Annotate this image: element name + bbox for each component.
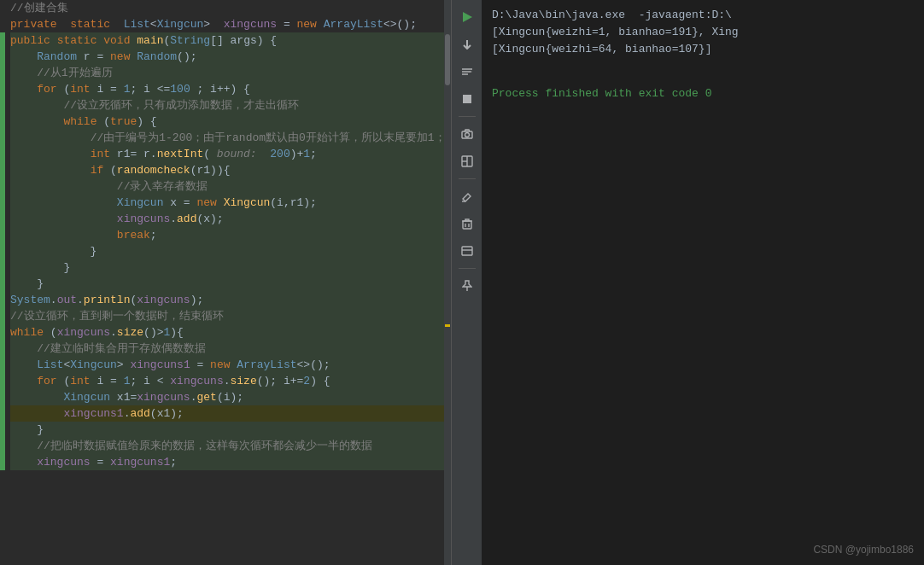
toolbar-separator3 (459, 268, 476, 269)
code-line: //设立循环，直到剩一个数据时，结束循环 (10, 308, 451, 324)
code-line: //录入幸存者数据 (10, 178, 451, 195)
svg-point-7 (465, 133, 469, 137)
code-line: //由于编号为1-200；由于random默认由0开始计算，所以末尾要加1； (10, 130, 451, 146)
toolbar-separator (459, 116, 476, 117)
edit-button[interactable] (455, 184, 479, 208)
code-line: Random r = new Random(); (10, 49, 451, 65)
code-line: } (10, 259, 451, 276)
code-line: Xingcun x = new Xingcun(i,r1); (10, 195, 451, 211)
code-line: System.out.println(xingcuns); (10, 292, 451, 308)
code-panel: //创建合集 private static List<Xingcun> xing… (0, 0, 451, 565)
layout-button[interactable] (455, 149, 479, 173)
code-line: while (xingcuns.size()>1){ (10, 324, 451, 341)
code-line: } (10, 422, 451, 438)
code-line: break; (10, 227, 451, 243)
code-line: while (true) { (10, 114, 451, 130)
wrap-lines-button[interactable] (455, 60, 479, 84)
delete-button[interactable] (455, 212, 479, 236)
panel-button[interactable] (455, 239, 479, 263)
code-line-highlighted: xingcuns1.add(x1); (10, 405, 451, 422)
watermark: CSDN @yojimbo1886 (813, 541, 914, 558)
output-line-1: D:\Java\bin\java.exe -javaagent:D:\ (492, 7, 914, 24)
code-line: //把临时数据赋值给原来的数据，这样每次循环都会减少一半的数据 (10, 438, 451, 454)
svg-marker-0 (463, 12, 472, 22)
code-line: //建立临时集合用于存放偶数数据 (10, 341, 451, 357)
pin-button[interactable] (455, 274, 479, 298)
run-toolbar (451, 0, 482, 565)
code-line: public static void main(String[] args) { (10, 32, 451, 49)
code-line: for (int i = 1; i < xingcuns.size(); i+=… (10, 373, 451, 389)
code-line: Xingcun x1=xingcuns.get(i); (10, 389, 451, 405)
output-line-4 (492, 58, 914, 75)
output-line-2: [Xingcun{weizhi=1, bianhao=191}, Xing (492, 24, 914, 41)
code-editor[interactable]: //创建合集 private static List<Xingcun> xing… (5, 0, 451, 565)
camera-button[interactable] (455, 122, 479, 146)
code-line: } (10, 276, 451, 292)
code-line: //从1开始遍历 (10, 65, 451, 81)
code-line: xingcuns.add(x); (10, 211, 451, 227)
stop-button[interactable] (455, 87, 479, 111)
svg-rect-16 (462, 247, 472, 255)
output-panel: D:\Java\bin\java.exe -javaagent:D:\ [Xin… (482, 0, 924, 565)
code-line: } (10, 243, 451, 259)
code-line: xingcuns = xingcuns1; (10, 454, 451, 470)
code-line: if (randomcheck(r1)){ (10, 162, 451, 178)
code-line: //设立死循环，只有成功添加数据，才走出循环 (10, 97, 451, 114)
code-line: //创建合集 (10, 0, 451, 16)
code-line: int r1= r.nextInt( bound: 200)+1; (10, 146, 451, 162)
code-line: for (int i = 1; i <=100 ; i++) { (10, 81, 451, 97)
scroll-down-button[interactable] (455, 32, 479, 56)
output-process-finished: Process finished with exit code 0 (492, 85, 914, 102)
output-line-3: [Xingcun{weizhi=64, bianhao=107}] (492, 41, 914, 58)
code-line: List<Xingcun> xingcuns1 = new ArrayList<… (10, 357, 451, 373)
code-scrollbar[interactable] (444, 0, 451, 565)
toolbar-separator2 (459, 178, 476, 179)
code-line: private static List<Xingcun> xingcuns = … (10, 16, 451, 32)
svg-rect-5 (463, 95, 471, 103)
svg-rect-12 (463, 221, 471, 229)
run-button[interactable] (455, 5, 479, 29)
